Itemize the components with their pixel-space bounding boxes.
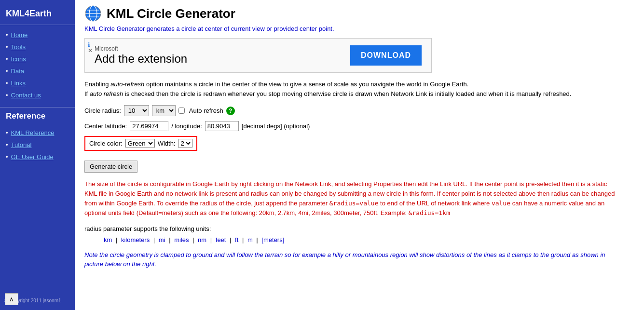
sidebar-item-data[interactable]: Data <box>0 65 75 77</box>
unit-feet[interactable]: feet <box>216 236 226 243</box>
lat-label: Center latitude: <box>84 122 127 130</box>
sidebar-item-links[interactable]: Links <box>0 77 75 89</box>
sidebar-link-links[interactable]: Links <box>11 80 26 87</box>
units-label: radius parameter supports the following … <box>84 225 634 232</box>
sidebar-link-tutorial[interactable]: Tutorial <box>11 141 32 148</box>
decimal-label: [decimal degs] (optional) <box>242 122 310 130</box>
sidebar-link-tools[interactable]: Tools <box>11 43 26 51</box>
note-text: Note the circle geometry is clamped to g… <box>84 250 615 269</box>
auto-refresh-checkbox[interactable] <box>178 108 185 114</box>
reference-nav-section: KML Reference Tutorial GE User Guide <box>0 123 75 167</box>
radius-label: Circle radius: <box>84 107 121 114</box>
ad-heading: Add the extension <box>95 52 187 66</box>
radius-select[interactable]: 10 5 1 50 100 <box>124 105 149 116</box>
unit-meters[interactable]: [meters] <box>261 236 284 243</box>
ad-left: Microsoft Add the extension <box>95 45 187 66</box>
main-content: KML Circle Generator KML Circle Generato… <box>75 0 644 310</box>
help-icon[interactable]: ? <box>226 107 235 115</box>
unit-m[interactable]: m <box>247 236 253 243</box>
sidebar-item-contact[interactable]: Contact us <box>0 89 75 101</box>
unit-nm[interactable]: nm <box>198 236 206 243</box>
lat-input[interactable]: 27.69974 <box>130 121 168 131</box>
radius-row: Circle radius: 10 5 1 50 100 km mi nm ft… <box>84 105 634 116</box>
sidebar-item-tools[interactable]: Tools <box>0 41 75 53</box>
sidebar: KML4Earth Home Tools Icons Data Links Co… <box>0 0 75 310</box>
sidebar-item-icons[interactable]: Icons <box>0 53 75 65</box>
description-text: Enabling auto-refresh option maintains a… <box>84 80 615 98</box>
ad-download-button[interactable]: DOWNLOAD <box>350 45 422 66</box>
auto-refresh-term2: auto refresh <box>90 90 123 97</box>
width-select[interactable]: 2 1 3 4 5 <box>178 139 192 148</box>
lon-input[interactable]: 80.9043 <box>205 121 239 131</box>
info-text: The size of the circle is configurable i… <box>84 179 615 218</box>
ad-close-icon[interactable]: ✕ <box>88 47 93 54</box>
scroll-to-top-button[interactable]: ∧ <box>5 293 18 305</box>
reference-section-header: Reference <box>0 107 75 123</box>
units-row: km | kilometers | mi | miles | nm | feet… <box>104 236 634 243</box>
color-select[interactable]: Green Red Blue Yellow White Black <box>125 139 155 148</box>
unit-select[interactable]: km mi nm ft m <box>152 105 176 116</box>
sidebar-item-ge-user-guide[interactable]: GE User Guide <box>0 151 75 163</box>
latlon-row: Center latitude: 27.69974 / longitude: 8… <box>84 121 634 131</box>
auto-refresh-term1: auto-refresh <box>110 81 144 88</box>
ad-banner: ℹ ✕ Microsoft Add the extension DOWNLOAD <box>84 38 432 73</box>
param-code: &radius=value <box>329 200 379 207</box>
sidebar-link-contact[interactable]: Contact us <box>11 92 41 99</box>
page-title: KML Circle Generator <box>107 6 235 21</box>
sidebar-link-data[interactable]: Data <box>11 67 24 75</box>
sidebar-item-tutorial[interactable]: Tutorial <box>0 139 75 151</box>
color-label: Circle color: <box>89 140 123 147</box>
width-label: Width: <box>158 140 176 147</box>
sidebar-link-ge-user-guide[interactable]: GE User Guide <box>11 153 54 161</box>
sidebar-link-kml-reference[interactable]: KML Reference <box>11 129 55 136</box>
color-width-row: Circle color: Green Red Blue Yellow Whit… <box>84 136 197 151</box>
page-title-row: KML Circle Generator <box>84 5 634 22</box>
auto-refresh-label: Auto refresh <box>189 107 223 114</box>
lon-label: / longitude: <box>171 122 202 130</box>
sidebar-item-kml-reference[interactable]: KML Reference <box>0 127 75 139</box>
sidebar-item-home[interactable]: Home <box>0 29 75 41</box>
site-title: KML4Earth <box>0 5 75 25</box>
generate-circle-button[interactable]: Generate circle <box>84 161 137 173</box>
sidebar-link-icons[interactable]: Icons <box>11 55 26 63</box>
unit-kilometers[interactable]: kilometers <box>121 236 150 243</box>
value-code: value <box>492 200 510 207</box>
unit-miles[interactable]: miles <box>174 236 189 243</box>
unit-ft[interactable]: ft <box>235 236 238 243</box>
ad-brand: Microsoft <box>95 45 187 52</box>
unit-mi[interactable]: mi <box>159 236 165 243</box>
nav-section: Home Tools Icons Data Links Contact us <box>0 25 75 105</box>
unit-km[interactable]: km <box>104 236 112 243</box>
page-subtitle: KML Circle Generator generates a circle … <box>84 25 634 32</box>
sidebar-link-home[interactable]: Home <box>11 31 28 39</box>
globe-icon <box>84 5 102 22</box>
example-code: &radius=1km <box>409 209 450 216</box>
